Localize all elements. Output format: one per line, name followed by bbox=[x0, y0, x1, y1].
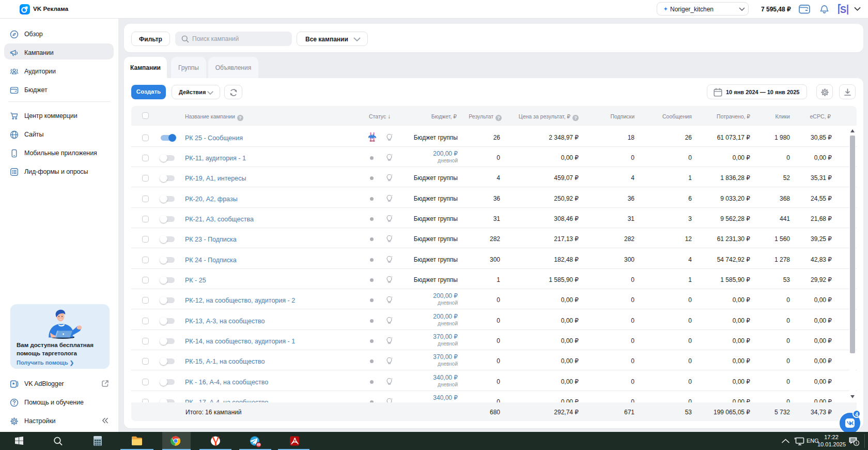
svg-text:49: 49 bbox=[257, 443, 261, 446]
svg-text:1: 1 bbox=[855, 441, 858, 445]
svg-text:S: S bbox=[840, 5, 846, 15]
